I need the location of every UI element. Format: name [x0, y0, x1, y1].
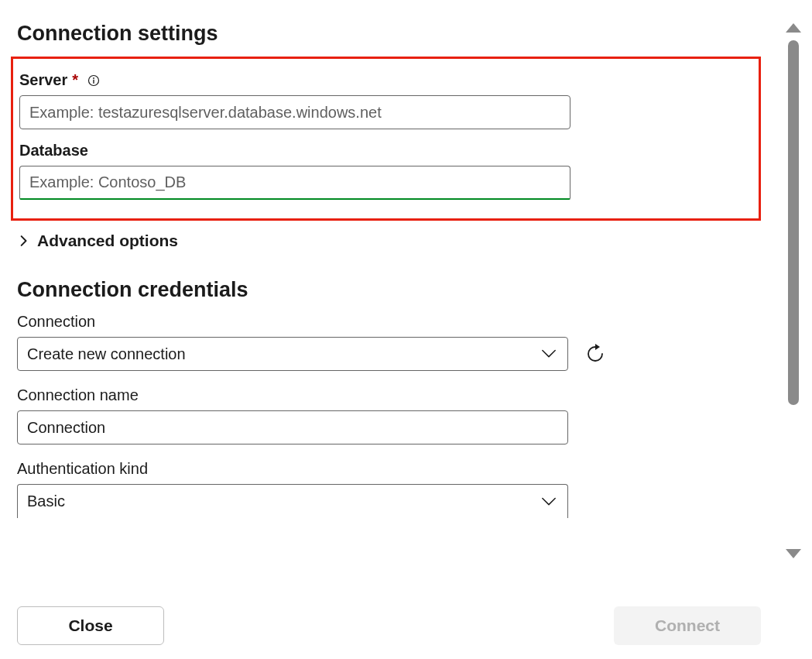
svg-point-1 — [93, 77, 94, 79]
scroll-up-icon[interactable] — [786, 23, 801, 33]
auth-kind-select-value: Basic — [27, 493, 65, 510]
info-icon[interactable] — [87, 74, 100, 87]
close-button[interactable]: Close — [17, 606, 164, 645]
advanced-options-toggle[interactable]: Advanced options — [19, 232, 761, 250]
connection-settings-title: Connection settings — [17, 22, 761, 46]
chevron-down-icon — [541, 496, 557, 507]
connection-label: Connection — [17, 313, 761, 331]
database-input[interactable] — [19, 166, 570, 200]
refresh-icon[interactable] — [585, 344, 605, 364]
chevron-right-icon — [19, 235, 29, 247]
database-field-group: Database — [19, 142, 746, 200]
connection-field-group: Connection Create new connection — [17, 313, 761, 371]
connect-button[interactable]: Connect — [614, 606, 761, 645]
connection-select-row: Create new connection — [17, 337, 761, 371]
svg-rect-2 — [93, 79, 94, 83]
dialog-footer: Close Connect — [0, 606, 778, 645]
scroll-down-icon[interactable] — [786, 549, 801, 558]
server-field-group: Server * — [19, 71, 746, 129]
scroll-thumb[interactable] — [788, 40, 799, 405]
advanced-options-label: Advanced options — [37, 232, 178, 250]
connection-select[interactable]: Create new connection — [17, 337, 568, 371]
database-label: Database — [19, 142, 746, 160]
auth-kind-select[interactable]: Basic — [17, 484, 568, 518]
connection-credentials-title: Connection credentials — [17, 278, 761, 302]
dialog-body: Connection settings Server * Database Ad… — [0, 0, 778, 558]
connection-name-label: Connection name — [17, 386, 761, 404]
auth-kind-field-group: Authentication kind Basic — [17, 460, 761, 518]
connection-name-field-group: Connection name — [17, 386, 761, 444]
required-indicator: * — [72, 71, 78, 89]
vertical-scrollbar[interactable] — [784, 23, 803, 558]
connection-select-value: Create new connection — [27, 345, 186, 363]
chevron-down-icon — [541, 348, 557, 359]
server-label-text: Server — [19, 71, 67, 89]
server-input[interactable] — [19, 95, 570, 129]
connection-name-input[interactable] — [17, 410, 568, 444]
settings-highlight-box: Server * Database — [11, 57, 761, 221]
auth-kind-label: Authentication kind — [17, 460, 761, 478]
server-label: Server * — [19, 71, 746, 89]
